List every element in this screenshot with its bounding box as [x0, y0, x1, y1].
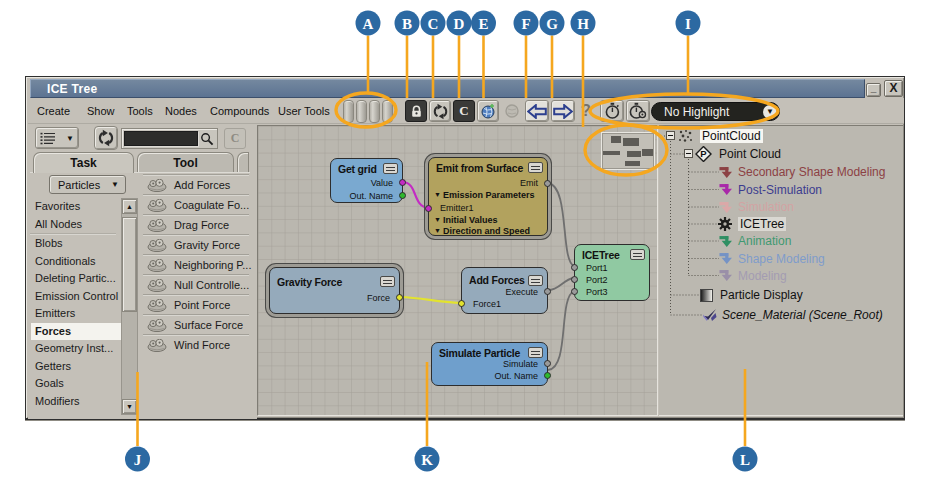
timer-camera-button[interactable] — [626, 100, 650, 122]
tab-task[interactable]: Task — [33, 152, 134, 173]
scroll-up-button[interactable]: ▲ — [122, 199, 137, 214]
forward-button[interactable] — [551, 100, 575, 122]
close-button[interactable]: X — [884, 80, 903, 97]
port-dot-simulate[interactable] — [544, 360, 551, 367]
view-preset-bar-3[interactable] — [369, 100, 380, 123]
refresh-button[interactable] — [429, 100, 451, 122]
node-menu-icon[interactable] — [630, 249, 645, 260]
tool-item-add-forces[interactable]: Add Forces — [141, 175, 253, 195]
search-input[interactable] — [124, 131, 198, 146]
port-dot-port2[interactable] — [571, 276, 578, 283]
preset-dropdown[interactable]: Particles ▼ — [49, 175, 126, 194]
task-item-emission-control[interactable]: Emission Control — [31, 288, 120, 305]
menu-create[interactable]: Create — [37, 105, 70, 117]
wire-emit-port1[interactable] — [548, 183, 574, 266]
tool-item-surface-force[interactable]: Surface Force — [141, 315, 253, 335]
node-menu-icon[interactable] — [380, 276, 395, 287]
node-add-forces[interactable]: Add Forces Execute Force1 — [461, 267, 548, 314]
update-button[interactable] — [94, 126, 118, 150]
list-menu-button[interactable]: ▼ — [35, 127, 79, 149]
globe-disabled-button[interactable] — [501, 100, 523, 122]
node-menu-icon[interactable] — [528, 275, 543, 286]
help-button[interactable]: ? — [577, 100, 595, 122]
task-item-all-nodes[interactable]: All Nodes — [31, 216, 120, 233]
section-label[interactable]: Direction and Speed — [434, 226, 530, 236]
node-icetree[interactable]: ICETree Port1 Port2 Port3 — [574, 244, 650, 301]
tool-item-gravity-force[interactable]: Gravity Force — [141, 235, 253, 255]
port-dot-emitter1[interactable] — [425, 205, 432, 212]
collapse-box[interactable] — [666, 131, 675, 140]
node-gravity-force[interactable]: Gravity Force Force — [269, 267, 400, 314]
port-dot-out-name[interactable] — [544, 372, 551, 379]
wire-simulate-port3[interactable] — [548, 291, 574, 370]
scrollbar-thumb[interactable] — [122, 217, 137, 312]
tab-tool[interactable]: Tool — [137, 152, 234, 173]
scroll-down-button[interactable]: ▼ — [122, 399, 137, 414]
task-item-blobs[interactable]: Blobs — [31, 235, 120, 252]
tool-item-drag-force[interactable]: Drag Force — [141, 215, 253, 235]
collapse-box[interactable] — [684, 149, 693, 158]
menu-user-tools[interactable]: User Tools — [278, 105, 330, 117]
task-item-conditionals[interactable]: Conditionals — [31, 253, 120, 270]
task-item-getters[interactable]: Getters — [31, 358, 120, 375]
task-item-geometry-inst[interactable]: Geometry Inst... — [31, 340, 120, 357]
task-item-forces[interactable]: Forces — [31, 323, 121, 340]
c-disabled-button[interactable]: C — [224, 128, 246, 149]
c-disabled-icon: C — [231, 131, 240, 146]
node-simulate-particle[interactable]: Simulate Particle Simulate Out. Name — [431, 342, 548, 386]
view-preset-bar-1[interactable] — [343, 100, 354, 123]
menu-show[interactable]: Show — [87, 105, 115, 117]
wire-force-force1[interactable] — [400, 297, 461, 303]
port-dot-force[interactable] — [396, 294, 403, 301]
node-emit-from-surface[interactable]: Emit from Surface Emit Emission Paramete… — [428, 157, 548, 236]
navigator-minimap[interactable] — [601, 132, 655, 170]
node-menu-icon[interactable] — [383, 163, 398, 174]
task-item-modifiers[interactable]: Modifiers — [31, 393, 120, 410]
globe-button[interactable] — [477, 100, 499, 122]
menu-tools[interactable]: Tools — [127, 105, 153, 117]
timer-button[interactable] — [600, 100, 624, 122]
task-item-deleting-partic[interactable]: Deleting Partic... — [31, 270, 120, 287]
port-dot-out-name[interactable] — [399, 192, 406, 199]
port-dot-port1[interactable] — [571, 264, 578, 271]
tool-item-null-controlle[interactable]: Null Controlle... — [141, 275, 253, 295]
port-dot-port3[interactable] — [571, 288, 578, 295]
tool-item-coagulate-fo[interactable]: Coagulate Fo... — [141, 195, 253, 215]
port-dot-execute[interactable] — [544, 288, 551, 295]
port-dot-force1[interactable] — [458, 300, 465, 307]
callout-letter: C — [428, 16, 439, 32]
flag-icon — [719, 182, 734, 197]
node-menu-icon[interactable] — [528, 347, 543, 358]
menu-nodes[interactable]: Nodes — [165, 105, 197, 117]
view-preset-bar-4[interactable] — [382, 100, 393, 123]
section-label[interactable]: Emission Parameters — [434, 190, 534, 200]
wire-value-emitter1[interactable] — [403, 182, 428, 208]
highlight-dropdown[interactable]: No Highlight ▼ — [651, 102, 780, 121]
task-item-emitters[interactable]: Emitters — [31, 305, 120, 322]
minimize-button[interactable]: _ — [866, 83, 881, 97]
port-dot-emit[interactable] — [544, 180, 551, 187]
task-item-goals[interactable]: Goals — [31, 375, 120, 392]
node-get-grid[interactable]: Get grid Value Out. Name — [330, 158, 403, 203]
callout-d: D — [447, 11, 472, 36]
section-label[interactable]: Initial Values — [434, 215, 497, 225]
ice-tree-window: ICE Tree _ X Create Show Tools Nodes Com… — [25, 76, 905, 420]
node-graph-workspace[interactable]: Get grid Value Out. Name Emit from Surfa… — [257, 125, 658, 416]
compound-node-icon — [147, 238, 167, 256]
node-menu-icon[interactable] — [528, 162, 543, 173]
c-button[interactable]: C — [453, 100, 475, 122]
window-titlebar[interactable]: ICE Tree — [30, 79, 865, 98]
tool-item-point-force[interactable]: Point Force — [141, 295, 253, 315]
tool-item-neighboring-p[interactable]: Neighboring P... — [141, 255, 253, 275]
task-item-favorites[interactable]: Favorites — [31, 198, 120, 215]
menu-compounds[interactable]: Compounds — [210, 105, 269, 117]
task-list-scrollbar[interactable]: ▲ ▼ — [121, 198, 138, 415]
lock-button[interactable] — [405, 100, 427, 122]
port-dot-value[interactable] — [399, 179, 406, 186]
view-preset-bars[interactable] — [343, 100, 397, 123]
search-button[interactable] — [198, 130, 216, 147]
back-button[interactable] — [525, 100, 549, 122]
tool-item-wind-force[interactable]: Wind Force — [141, 335, 253, 355]
view-preset-bar-2[interactable] — [356, 100, 367, 123]
explore-globe-icon — [480, 103, 497, 120]
